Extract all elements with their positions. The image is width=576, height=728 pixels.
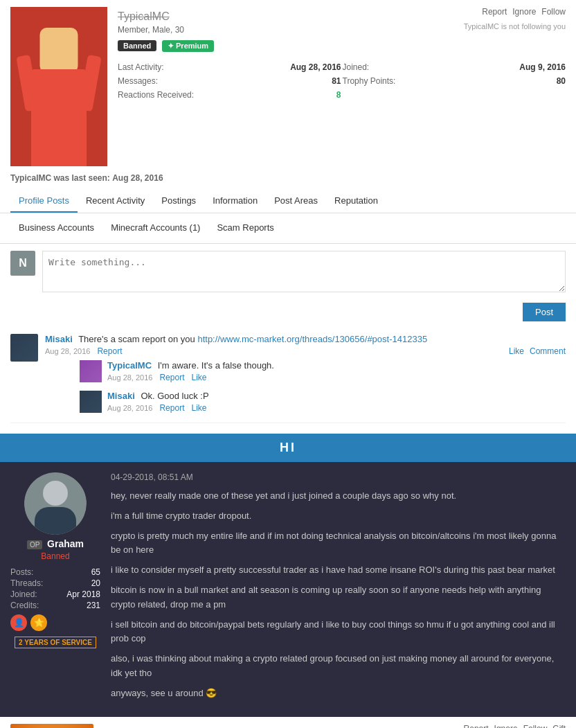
post-username[interactable]: Graham: [47, 538, 84, 549]
profile-actions: Report Ignore Follow TypicalMC is not fo…: [464, 7, 566, 30]
comment-meta: Aug 28, 2016 Report Like Comment: [45, 346, 566, 356]
tab-information[interactable]: Information: [204, 190, 266, 213]
saber-avatar: 🐯 SABER: [10, 724, 93, 728]
not-following-text: TypicalMC is not following you: [464, 22, 566, 30]
tab-scam-reports[interactable]: Scam Reports: [208, 217, 282, 240]
last-activity-value: Aug 28, 2016: [290, 62, 341, 72]
last-seen-date: Aug 28, 2016: [112, 173, 163, 183]
post-stats: Posts: 65 Threads: 20 Joined: Apr 2018 C…: [10, 567, 100, 611]
comment-author[interactable]: Misaki: [45, 334, 73, 344]
comment-like[interactable]: Like: [509, 346, 524, 356]
post-para-7: also, i was thinking about making a cryp…: [111, 652, 566, 681]
comment-body: Misaki There's a scam report on you http…: [45, 334, 566, 417]
tab-profile-posts[interactable]: Profile Posts: [10, 190, 78, 213]
comment-comment[interactable]: Comment: [530, 346, 566, 356]
comment-text: There's a scam report on you: [78, 334, 197, 344]
tab-postings[interactable]: Postings: [153, 190, 204, 213]
tabs-row2: Business Accounts Minecraft Accounts (1)…: [0, 213, 576, 244]
reply-like-2[interactable]: Like: [191, 403, 206, 413]
post-para-3: crypto is pretty much my entire life and…: [111, 529, 566, 558]
comment-report[interactable]: Report: [97, 346, 122, 356]
profile-username: TypicalMC: [118, 10, 170, 23]
tab-minecraft-accounts[interactable]: Minecraft Accounts (1): [102, 217, 208, 240]
graham-post-section: OP Graham Banned Posts: 65 Threads: 20 J…: [0, 462, 576, 717]
g-joined-label: Joined:: [10, 589, 37, 599]
tab-business-accounts[interactable]: Business Accounts: [10, 217, 102, 240]
reply-text-1: I'm aware. It's a false though.: [158, 360, 274, 371]
saber-follow-link[interactable]: Follow: [523, 724, 548, 728]
reply-report-1[interactable]: Report: [159, 373, 184, 382]
profile-header: TypicalMC Member, Male, 30 Banned ✦ Prem…: [0, 0, 576, 173]
post-avatar: [24, 472, 87, 535]
post-para-6: i sell bitcoin and do bitcoin/paypal bet…: [111, 618, 566, 647]
icon-group: 👤 ⭐: [10, 614, 100, 631]
saber-action-links: Report Ignore Follow Gift: [464, 724, 566, 728]
post-para-5: bitcoin is now in a bull market and alt …: [111, 583, 566, 612]
reply-avatar-img-2: [80, 391, 102, 413]
star-icon: ⭐: [30, 614, 47, 631]
reply-meta-2: Aug 28, 2016 Report Like: [107, 403, 566, 413]
ignore-link[interactable]: Ignore: [512, 7, 536, 17]
reply-item-2: Misaki Ok. Good luck :P Aug 28, 2016 Rep…: [80, 387, 566, 417]
post-para-1: hey, never really made one of these yet …: [111, 489, 566, 504]
avatar-body: [31, 69, 87, 166]
tab-recent-activity[interactable]: Recent Activity: [78, 190, 153, 213]
graham-stat-credits: Credits: 231: [10, 600, 100, 611]
banned-badge: Banned: [118, 40, 156, 51]
hi-banner: HI: [0, 434, 576, 462]
saber-ignore-link[interactable]: Ignore: [494, 724, 518, 728]
report-link[interactable]: Report: [482, 7, 507, 17]
reply-meta-1: Aug 28, 2016 Report Like: [107, 373, 566, 382]
graham-stat-joined: Joined: Apr 2018: [10, 589, 100, 600]
graham-avatar-bg: [24, 472, 87, 535]
reply-author-2[interactable]: Misaki: [107, 391, 135, 401]
credits-val: 231: [87, 601, 100, 610]
reply-author-1[interactable]: TypicalMC: [107, 360, 152, 371]
stats-grid: Last Activity: Aug 28, 2016 Joined: Aug …: [118, 57, 566, 105]
post-para-2: i'm a full time crypto trader dropout.: [111, 509, 566, 524]
last-seen: TypicalMC was last seen: Aug 28, 2016: [0, 173, 576, 183]
saberpvp-section: 🐯 SABER SaberPvP Member, Male, 30 SaberP…: [0, 717, 576, 728]
trophy-value: 80: [557, 76, 566, 86]
reply-text-row-1: TypicalMC I'm aware. It's a false though…: [107, 360, 566, 371]
reply-body-2: Misaki Ok. Good luck :P Aug 28, 2016 Rep…: [107, 391, 566, 413]
tabs-row: Profile Posts Recent Activity Postings I…: [0, 190, 576, 213]
comment-link[interactable]: http://www.mc-market.org/threads/130656/…: [197, 334, 427, 344]
avatar-image: [10, 7, 107, 166]
reactions-label: Reactions Received:: [118, 90, 194, 100]
post-button[interactable]: Post: [523, 303, 566, 321]
typicalmc-profile: TypicalMC Member, Male, 30 Banned ✦ Prem…: [0, 0, 576, 434]
threads-val: 20: [91, 578, 100, 588]
comment-item: Misaki There's a scam report on you http…: [10, 328, 566, 423]
saber-gift-link[interactable]: Gift: [552, 724, 566, 728]
graham-avatar-head: [43, 481, 68, 506]
reply-like-1[interactable]: Like: [191, 373, 206, 382]
stat-reactions: Reactions Received: 8: [118, 89, 341, 101]
comment-text-row: Misaki There's a scam report on you http…: [45, 334, 566, 344]
comment-avatar: [10, 334, 38, 362]
posts-label: Posts:: [10, 567, 33, 577]
saber-tiger-img: 🐯 SABER: [10, 724, 93, 728]
reply-report-2[interactable]: Report: [159, 403, 184, 413]
premium-badge: ✦ Premium: [162, 40, 214, 52]
saber-report-link[interactable]: Report: [464, 724, 489, 728]
write-textarea[interactable]: [42, 251, 566, 292]
post-para-4: i like to consider myself a pretty succe…: [111, 563, 566, 578]
post-meta: 04-29-2018, 08:51 AM: [111, 472, 566, 482]
tab-post-areas[interactable]: Post Areas: [266, 190, 326, 213]
comment-actions: Like Comment: [509, 346, 566, 356]
posts-val: 65: [91, 567, 100, 577]
reply-avatar-img-1: [80, 360, 102, 382]
reactions-value: 8: [336, 90, 341, 100]
service-badge: 2 YEARS OF SERVICE: [15, 637, 96, 648]
avatar-head: [40, 28, 78, 73]
post-username-area: OP Graham: [10, 538, 100, 549]
stat-messages: Messages: 81: [118, 75, 341, 87]
saber-header: 🐯 SABER SaberPvP Member, Male, 30 SaberP…: [0, 717, 576, 728]
reply-date-2: Aug 28, 2016: [107, 404, 152, 412]
post-date: 04-29-2018, 08:51 AM: [111, 472, 193, 482]
action-links: Report Ignore Follow: [482, 7, 566, 17]
tab-reputation[interactable]: Reputation: [326, 190, 386, 213]
graham-avatar-body: [35, 507, 76, 535]
follow-link[interactable]: Follow: [541, 7, 566, 17]
